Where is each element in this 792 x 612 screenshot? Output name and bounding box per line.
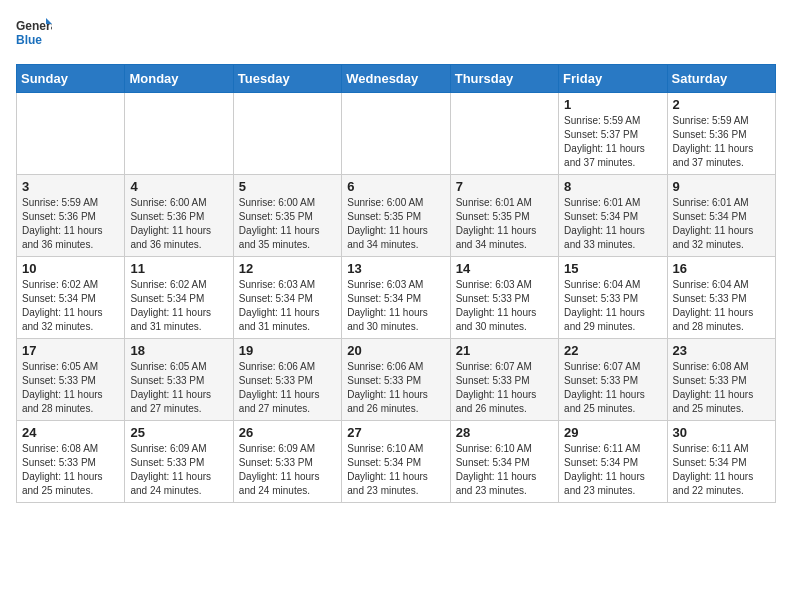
day-number: 15 [564, 261, 661, 276]
day-number: 14 [456, 261, 553, 276]
calendar-week-row: 17Sunrise: 6:05 AM Sunset: 5:33 PM Dayli… [17, 339, 776, 421]
calendar-day-cell: 11Sunrise: 6:02 AM Sunset: 5:34 PM Dayli… [125, 257, 233, 339]
day-number: 24 [22, 425, 119, 440]
day-number: 30 [673, 425, 770, 440]
calendar-day-cell: 29Sunrise: 6:11 AM Sunset: 5:34 PM Dayli… [559, 421, 667, 503]
day-number: 11 [130, 261, 227, 276]
calendar-day-cell: 2Sunrise: 5:59 AM Sunset: 5:36 PM Daylig… [667, 93, 775, 175]
page-header: GeneralBlue [16, 16, 776, 52]
weekday-header-row: SundayMondayTuesdayWednesdayThursdayFrid… [17, 65, 776, 93]
day-detail: Sunrise: 6:05 AM Sunset: 5:33 PM Dayligh… [22, 360, 119, 416]
weekday-header-monday: Monday [125, 65, 233, 93]
calendar-week-row: 10Sunrise: 6:02 AM Sunset: 5:34 PM Dayli… [17, 257, 776, 339]
day-number: 3 [22, 179, 119, 194]
calendar-day-cell: 12Sunrise: 6:03 AM Sunset: 5:34 PM Dayli… [233, 257, 341, 339]
day-detail: Sunrise: 6:01 AM Sunset: 5:35 PM Dayligh… [456, 196, 553, 252]
calendar-day-cell: 28Sunrise: 6:10 AM Sunset: 5:34 PM Dayli… [450, 421, 558, 503]
calendar-week-row: 3Sunrise: 5:59 AM Sunset: 5:36 PM Daylig… [17, 175, 776, 257]
day-detail: Sunrise: 6:06 AM Sunset: 5:33 PM Dayligh… [239, 360, 336, 416]
calendar-day-cell: 13Sunrise: 6:03 AM Sunset: 5:34 PM Dayli… [342, 257, 450, 339]
day-number: 9 [673, 179, 770, 194]
logo-blue-text: Blue [16, 33, 42, 47]
calendar-day-cell: 9Sunrise: 6:01 AM Sunset: 5:34 PM Daylig… [667, 175, 775, 257]
calendar-day-cell: 1Sunrise: 5:59 AM Sunset: 5:37 PM Daylig… [559, 93, 667, 175]
day-detail: Sunrise: 6:05 AM Sunset: 5:33 PM Dayligh… [130, 360, 227, 416]
day-number: 1 [564, 97, 661, 112]
day-detail: Sunrise: 6:03 AM Sunset: 5:33 PM Dayligh… [456, 278, 553, 334]
calendar-day-cell: 30Sunrise: 6:11 AM Sunset: 5:34 PM Dayli… [667, 421, 775, 503]
weekday-header-sunday: Sunday [17, 65, 125, 93]
day-number: 10 [22, 261, 119, 276]
calendar-day-cell: 27Sunrise: 6:10 AM Sunset: 5:34 PM Dayli… [342, 421, 450, 503]
weekday-header-wednesday: Wednesday [342, 65, 450, 93]
day-number: 2 [673, 97, 770, 112]
day-number: 25 [130, 425, 227, 440]
day-number: 4 [130, 179, 227, 194]
day-number: 23 [673, 343, 770, 358]
day-number: 8 [564, 179, 661, 194]
day-detail: Sunrise: 6:04 AM Sunset: 5:33 PM Dayligh… [673, 278, 770, 334]
day-number: 22 [564, 343, 661, 358]
day-detail: Sunrise: 6:07 AM Sunset: 5:33 PM Dayligh… [564, 360, 661, 416]
logo-icon: GeneralBlue [16, 16, 52, 52]
day-detail: Sunrise: 6:08 AM Sunset: 5:33 PM Dayligh… [22, 442, 119, 498]
day-detail: Sunrise: 5:59 AM Sunset: 5:37 PM Dayligh… [564, 114, 661, 170]
calendar-week-row: 1Sunrise: 5:59 AM Sunset: 5:37 PM Daylig… [17, 93, 776, 175]
day-number: 20 [347, 343, 444, 358]
calendar-day-cell: 3Sunrise: 5:59 AM Sunset: 5:36 PM Daylig… [17, 175, 125, 257]
calendar-day-cell: 16Sunrise: 6:04 AM Sunset: 5:33 PM Dayli… [667, 257, 775, 339]
day-detail: Sunrise: 5:59 AM Sunset: 5:36 PM Dayligh… [673, 114, 770, 170]
calendar-day-cell: 19Sunrise: 6:06 AM Sunset: 5:33 PM Dayli… [233, 339, 341, 421]
day-detail: Sunrise: 6:03 AM Sunset: 5:34 PM Dayligh… [239, 278, 336, 334]
calendar-day-cell [233, 93, 341, 175]
calendar-day-cell: 21Sunrise: 6:07 AM Sunset: 5:33 PM Dayli… [450, 339, 558, 421]
day-detail: Sunrise: 6:00 AM Sunset: 5:35 PM Dayligh… [239, 196, 336, 252]
day-detail: Sunrise: 6:11 AM Sunset: 5:34 PM Dayligh… [673, 442, 770, 498]
day-number: 7 [456, 179, 553, 194]
day-detail: Sunrise: 6:10 AM Sunset: 5:34 PM Dayligh… [347, 442, 444, 498]
calendar-day-cell: 10Sunrise: 6:02 AM Sunset: 5:34 PM Dayli… [17, 257, 125, 339]
day-number: 19 [239, 343, 336, 358]
calendar-day-cell: 24Sunrise: 6:08 AM Sunset: 5:33 PM Dayli… [17, 421, 125, 503]
calendar-day-cell: 15Sunrise: 6:04 AM Sunset: 5:33 PM Dayli… [559, 257, 667, 339]
day-detail: Sunrise: 6:11 AM Sunset: 5:34 PM Dayligh… [564, 442, 661, 498]
logo: GeneralBlue [16, 16, 52, 52]
day-detail: Sunrise: 6:03 AM Sunset: 5:34 PM Dayligh… [347, 278, 444, 334]
calendar-day-cell: 25Sunrise: 6:09 AM Sunset: 5:33 PM Dayli… [125, 421, 233, 503]
calendar-day-cell [342, 93, 450, 175]
day-detail: Sunrise: 6:09 AM Sunset: 5:33 PM Dayligh… [239, 442, 336, 498]
day-number: 18 [130, 343, 227, 358]
calendar-week-row: 24Sunrise: 6:08 AM Sunset: 5:33 PM Dayli… [17, 421, 776, 503]
day-number: 16 [673, 261, 770, 276]
day-number: 5 [239, 179, 336, 194]
calendar-day-cell: 14Sunrise: 6:03 AM Sunset: 5:33 PM Dayli… [450, 257, 558, 339]
day-detail: Sunrise: 5:59 AM Sunset: 5:36 PM Dayligh… [22, 196, 119, 252]
day-detail: Sunrise: 6:01 AM Sunset: 5:34 PM Dayligh… [673, 196, 770, 252]
calendar-day-cell: 8Sunrise: 6:01 AM Sunset: 5:34 PM Daylig… [559, 175, 667, 257]
day-detail: Sunrise: 6:02 AM Sunset: 5:34 PM Dayligh… [130, 278, 227, 334]
day-detail: Sunrise: 6:00 AM Sunset: 5:36 PM Dayligh… [130, 196, 227, 252]
weekday-header-tuesday: Tuesday [233, 65, 341, 93]
calendar-day-cell: 6Sunrise: 6:00 AM Sunset: 5:35 PM Daylig… [342, 175, 450, 257]
day-detail: Sunrise: 6:01 AM Sunset: 5:34 PM Dayligh… [564, 196, 661, 252]
day-detail: Sunrise: 6:10 AM Sunset: 5:34 PM Dayligh… [456, 442, 553, 498]
day-detail: Sunrise: 6:09 AM Sunset: 5:33 PM Dayligh… [130, 442, 227, 498]
day-detail: Sunrise: 6:04 AM Sunset: 5:33 PM Dayligh… [564, 278, 661, 334]
day-number: 26 [239, 425, 336, 440]
day-number: 21 [456, 343, 553, 358]
weekday-header-friday: Friday [559, 65, 667, 93]
weekday-header-thursday: Thursday [450, 65, 558, 93]
day-number: 29 [564, 425, 661, 440]
calendar-day-cell: 5Sunrise: 6:00 AM Sunset: 5:35 PM Daylig… [233, 175, 341, 257]
calendar-day-cell: 23Sunrise: 6:08 AM Sunset: 5:33 PM Dayli… [667, 339, 775, 421]
day-number: 12 [239, 261, 336, 276]
calendar-day-cell: 4Sunrise: 6:00 AM Sunset: 5:36 PM Daylig… [125, 175, 233, 257]
day-detail: Sunrise: 6:06 AM Sunset: 5:33 PM Dayligh… [347, 360, 444, 416]
calendar-day-cell: 22Sunrise: 6:07 AM Sunset: 5:33 PM Dayli… [559, 339, 667, 421]
day-number: 13 [347, 261, 444, 276]
calendar-day-cell [17, 93, 125, 175]
day-number: 6 [347, 179, 444, 194]
calendar-table: SundayMondayTuesdayWednesdayThursdayFrid… [16, 64, 776, 503]
weekday-header-saturday: Saturday [667, 65, 775, 93]
day-detail: Sunrise: 6:08 AM Sunset: 5:33 PM Dayligh… [673, 360, 770, 416]
